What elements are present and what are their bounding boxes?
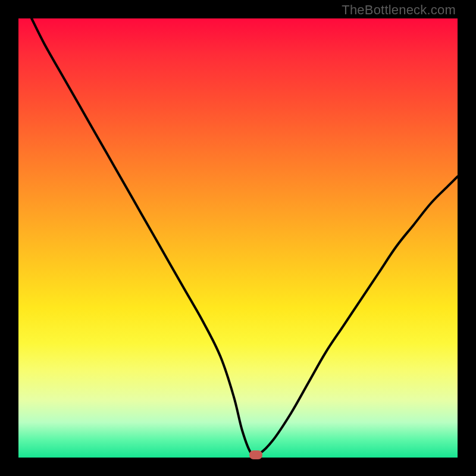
optimum-marker xyxy=(249,450,262,459)
bottleneck-curve xyxy=(18,18,458,458)
plot-area xyxy=(18,18,458,458)
watermark-text: TheBottleneck.com xyxy=(342,2,456,18)
chart-frame: TheBottleneck.com xyxy=(0,0,476,476)
